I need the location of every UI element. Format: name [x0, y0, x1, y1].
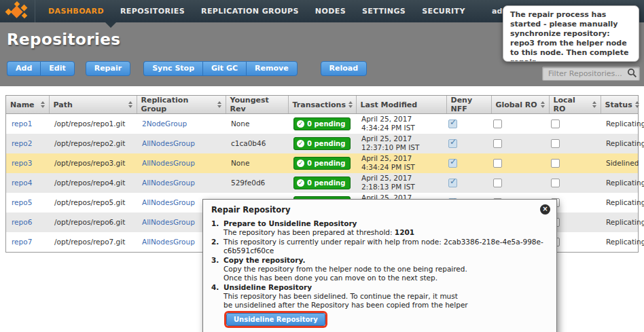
repository-toolbar: Add Edit Repair Sync Stop Git GC Remove …	[7, 61, 378, 76]
step-4-title: Unsideline Repository	[223, 283, 312, 291]
step-3: 3. Copy the repository. Copy the reposit…	[211, 256, 548, 282]
status-label: Replicating	[601, 213, 638, 232]
replication-group-link[interactable]: AllNodesGroup	[142, 238, 195, 246]
global-ro-checkbox[interactable]	[493, 119, 502, 128]
status-label: Replicating	[601, 232, 638, 252]
global-ro-checkbox[interactable]	[493, 179, 502, 187]
check-circle-icon: ✓	[297, 120, 304, 128]
remove-button[interactable]: Remove	[246, 61, 298, 76]
repo-name-link[interactable]: repo7	[12, 238, 32, 246]
reload-button[interactable]: Reload	[321, 61, 368, 76]
repair-repository-modal: Repair Repository × 1. Prepare to Unside…	[202, 199, 557, 332]
local-ro-checkbox[interactable]	[551, 159, 560, 168]
close-icon[interactable]: ×	[540, 204, 550, 215]
column-header-status[interactable]: Status	[601, 96, 638, 114]
repo-name-link[interactable]: repo5	[12, 198, 32, 206]
nav-divider	[35, 0, 35, 22]
column-header-local-ro[interactable]: Local RO	[549, 96, 601, 114]
repair-steps-list: 1. Prepare to Unsideline Repository The …	[211, 219, 548, 332]
column-header-global-ro[interactable]: Global RO	[491, 96, 549, 114]
nav-item-replication-groups[interactable]: REPLICATION GROUPS	[193, 0, 307, 22]
sync-stop-button[interactable]: Sync Stop	[143, 61, 202, 76]
column-header-deny-nff[interactable]: Deny NFF	[446, 96, 491, 114]
table-row-repo2: repo2 /opt/repos/repo2.git AllNodesGroup…	[6, 134, 638, 153]
column-header-youngest-rev[interactable]: Youngest Rev	[226, 96, 288, 114]
sort-icon[interactable]	[632, 101, 639, 108]
button-group-repair: Repair	[86, 61, 130, 76]
last-modified: April 25, 2017 4:34:24 PM IST	[356, 153, 446, 173]
sort-icon[interactable]	[346, 101, 353, 108]
git-gc-button[interactable]: Git GC	[202, 61, 246, 76]
replication-group-link[interactable]: 2NodeGroup	[142, 119, 187, 128]
column-header-replication-group[interactable]: Replication Group	[137, 96, 226, 114]
button-group-actions: Sync Stop Git GC Remove	[143, 61, 297, 76]
repair-button[interactable]: Repair	[86, 61, 130, 76]
check-circle-icon: ✓	[297, 140, 304, 147]
local-ro-checkbox[interactable]	[551, 139, 560, 148]
deny-nff-checkbox[interactable]	[448, 139, 457, 148]
nav-item-dashboard[interactable]: DASHBOARD	[40, 0, 112, 22]
edit-button[interactable]: Edit	[40, 61, 74, 76]
sort-icon[interactable]	[215, 101, 221, 108]
youngest-rev: None	[226, 153, 288, 173]
repo-path: /opt/repos/repo1.git	[49, 114, 137, 134]
repo-path: /opt/repos/repo6.git	[49, 213, 137, 232]
threshold-value: 1201	[395, 228, 414, 236]
nav-item-settings[interactable]: SETTINGS	[354, 0, 414, 22]
step-1-text: The repository has been prepared at thre…	[223, 228, 395, 236]
step-4-line1: This repository has been sidelined. To c…	[223, 292, 458, 300]
nav-item-security[interactable]: SECURITY	[414, 0, 473, 22]
step-2-text: This repository is currently under repai…	[223, 238, 548, 255]
replication-group-link[interactable]: AllNodesGroup	[142, 159, 195, 167]
replication-group-link[interactable]: AllNodesGroup	[142, 179, 195, 187]
step-1-title: Prepare to Unsideline Repository	[223, 219, 357, 227]
add-button[interactable]: Add	[7, 61, 40, 76]
replication-group-link[interactable]: AllNodesGroup	[142, 218, 195, 226]
repo-name-link[interactable]: repo2	[12, 139, 32, 147]
active-tab-triangle-icon	[105, 22, 116, 28]
unsideline-repository-button[interactable]: Unsideline Repository	[226, 313, 325, 326]
status-label: Replicating	[601, 134, 638, 153]
check-circle-icon: ✓	[297, 160, 304, 167]
step-3-line1: Copy the repository from the helper node…	[223, 265, 467, 273]
replication-group-link[interactable]: AllNodesGroup	[142, 139, 195, 147]
repo-name-link[interactable]: repo4	[12, 179, 32, 187]
deny-nff-checkbox[interactable]	[448, 159, 457, 168]
repo-path: /opt/repos/repo2.git	[49, 134, 137, 153]
sort-icon[interactable]	[538, 101, 545, 108]
repo-name-link[interactable]: repo3	[12, 159, 32, 167]
column-header-name[interactable]: Name	[6, 96, 49, 114]
youngest-rev: None	[226, 114, 288, 134]
column-header-path[interactable]: Path	[49, 96, 137, 114]
page-title: Repositories	[7, 31, 120, 48]
table-row-repo1: repo1 /opt/repos/repo1.git 2NodeGroup No…	[6, 114, 638, 134]
global-ro-checkbox[interactable]	[493, 139, 502, 148]
youngest-rev: 529fe0d6	[226, 173, 288, 193]
filter-repositories-input[interactable]	[542, 67, 640, 81]
replication-group-link[interactable]: AllNodesGroup	[142, 198, 195, 206]
column-header-last-modified[interactable]: Last Modified	[356, 96, 446, 114]
local-ro-checkbox[interactable]	[551, 179, 560, 187]
sort-icon[interactable]	[126, 101, 132, 108]
deny-nff-checkbox[interactable]	[448, 119, 457, 128]
nav-item-repositories[interactable]: REPOSITORIES	[112, 0, 193, 22]
repo-name-link[interactable]: repo1	[12, 119, 32, 128]
search-icon	[627, 68, 637, 78]
local-ro-checkbox[interactable]	[551, 119, 560, 128]
repair-notification-tooltip: The repair process has started - please …	[503, 5, 639, 62]
repo-name-link[interactable]: repo6	[12, 218, 32, 226]
sort-icon[interactable]	[38, 101, 45, 108]
nav-item-nodes[interactable]: NODES	[307, 0, 354, 22]
repo-path: /opt/repos/repo7.git	[49, 232, 137, 252]
step-4: 4. Unsideline Repository This repository…	[211, 283, 548, 328]
status-label: Replicating	[601, 173, 638, 193]
table-header-row: Name Path Replication Group Youngest Rev…	[6, 96, 638, 114]
last-modified: April 25, 2017 2:18:13 PM IST	[356, 173, 446, 193]
sort-icon[interactable]	[590, 101, 596, 108]
repo-path: /opt/repos/repo5.git	[49, 193, 137, 213]
table-row-repo4: repo4 /opt/repos/repo4.git AllNodesGroup…	[6, 173, 638, 193]
global-ro-checkbox[interactable]	[493, 159, 502, 168]
deny-nff-checkbox[interactable]	[448, 179, 457, 187]
table-row-repo3-highlighted: repo3 /opt/repos/repo3.git AllNodesGroup…	[6, 153, 638, 173]
column-header-transactions[interactable]: Transactions	[288, 96, 356, 114]
